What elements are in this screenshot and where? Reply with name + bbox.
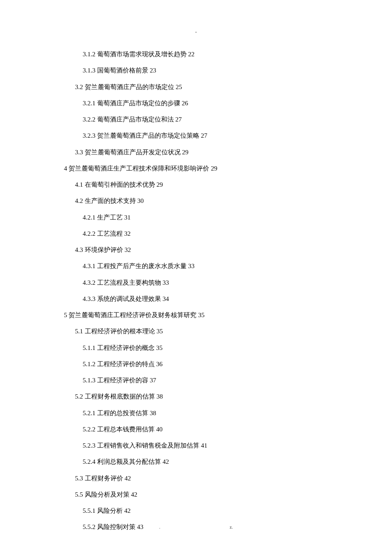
toc-entry: 3.2.2 葡萄酒庄产品市场定位和法 27 xyxy=(64,111,328,127)
toc-entry: 3.2.3 贺兰麓葡萄酒庄产品的市场定位策略 27 xyxy=(64,127,328,144)
toc-entry: 5.3 工程财务评价 42 xyxy=(64,470,328,486)
toc-entry: 4.2.1 生产工艺 31 xyxy=(64,209,328,225)
toc-entry: 4.2.2 工艺流程 32 xyxy=(64,225,328,242)
toc-entry: 4.2 生产面的技术支持 30 xyxy=(64,193,328,209)
toc-entry: 5.1.2 工程经济评价的特点 36 xyxy=(64,356,328,372)
footer-dot: . xyxy=(159,524,160,529)
footer: . z. xyxy=(0,524,392,529)
toc-entry: 5.5.1 风险分析 42 xyxy=(64,503,328,519)
footer-z: z. xyxy=(230,524,233,529)
toc-entry: 5 贺兰麓葡萄酒庄工程经济评价及财务核算研究 35 xyxy=(64,307,328,323)
toc-entry: 5.2.1 工程的总投资估算 38 xyxy=(64,405,328,421)
toc-entry: 5.1 工程经济评价的根本理论 35 xyxy=(64,323,328,339)
toc-entry: 4.3.2 工艺流程及主要构筑物 33 xyxy=(64,275,328,291)
toc-entry: 4.1 在葡萄引种面的技术优势 29 xyxy=(64,176,328,193)
toc-entry: 5.2.2 工程总本钱费用估算 40 xyxy=(64,421,328,437)
toc-entry: 5.2.4 利润总额及其分配估算 42 xyxy=(64,454,328,470)
toc-entry: 4 贺兰麓葡萄酒庄生产工程技术保障和环境影响评价 29 xyxy=(64,160,328,176)
toc-entry: 5.2.3 工程销售收入和销售税金及附加估算 41 xyxy=(64,437,328,454)
toc-content: 3.1.2 葡萄酒市场需求现状及增长趋势 223.1.3 国葡萄酒价格前景 23… xyxy=(64,46,328,535)
toc-entry: 3.1.3 国葡萄酒价格前景 23 xyxy=(64,62,328,78)
toc-entry: 5.5 风险分析及对策 42 xyxy=(64,486,328,503)
toc-entry: 4.3.1 工程投产后产生的废水水质水量 33 xyxy=(64,258,328,274)
toc-entry: 4.3 环境保护评价 32 xyxy=(64,242,328,258)
toc-entry: 3.2 贺兰麓葡萄酒庄产品的市场定位 25 xyxy=(64,79,328,95)
toc-entry: 5.2 工程财务根底数据的估算 38 xyxy=(64,388,328,405)
toc-entry: 5.1.3 工程经济评价的容 37 xyxy=(64,372,328,388)
header-mark: - xyxy=(0,29,392,35)
toc-entry: 3.2.1 葡萄酒庄产品市场定位的步骤 26 xyxy=(64,95,328,111)
toc-entry: 4.3.3 系统的调试及处理效果 34 xyxy=(64,291,328,307)
toc-entry: 5.1.1 工程经济评价的概念 35 xyxy=(64,340,328,356)
toc-entry: 3.3 贺兰麓葡萄酒庄产品开发定位状况 29 xyxy=(64,144,328,160)
toc-entry: 3.1.2 葡萄酒市场需求现状及增长趋势 22 xyxy=(64,46,328,62)
